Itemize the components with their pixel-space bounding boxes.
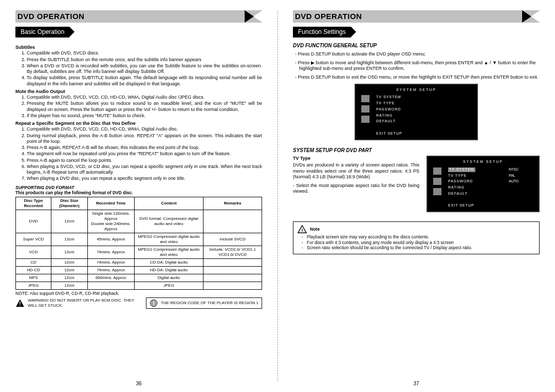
table-cell: 12cm (51, 258, 87, 266)
note-item: For discs with 4:3 contents, using any m… (307, 240, 535, 246)
osd-menu: TV SYSTEMTV TYPEPASSWORDRATINGDEFAULT EX… (376, 95, 473, 136)
table-note: NOTE: Also support DVD-R, CD-R, CD-RW pl… (15, 291, 262, 296)
osd-menu-item: NTSC (509, 167, 534, 172)
system-setup-title: SYSTEM SETUP FOR DVD PART (293, 147, 540, 154)
table-header: Disc Type Recorded (16, 197, 51, 210)
note-item: Playback screen size may vary according … (307, 234, 535, 240)
table-header: Recorded Time (87, 197, 134, 210)
table-cell (203, 210, 262, 233)
monitor-icon (361, 95, 369, 102)
table-cell: 12cm (51, 210, 87, 233)
osd-menu-item: RATING (376, 114, 473, 118)
table-header: Content (134, 197, 203, 210)
list-item: To display subtitles, press SUBTITLE but… (27, 75, 262, 87)
monitor-icon (433, 167, 441, 175)
table-cell: MPEG1 Compressed digital audio and video (134, 246, 203, 258)
table-body: DVD12cmSingle side:120mins. ApproxDouble… (16, 210, 262, 289)
table-cell: Digital audio (134, 274, 203, 282)
disc-table: Disc Type RecordedDisc Size (Diameter)Re… (15, 197, 262, 290)
osd-menu-item: PASSWORD (448, 179, 504, 184)
region-text: THE REGION CODE OF THE PLAYER IS REGION … (161, 301, 258, 306)
list-item: Pressing the MUTE button allows you to r… (27, 101, 262, 113)
list-item: Press A-B again, REPEAT A-B will be show… (27, 145, 262, 151)
mute-list: Compatible with DVD, SVCD, VCD, CD, HD-C… (15, 95, 262, 119)
table-header-row: Disc Type RecordedDisc Size (Diameter)Re… (16, 197, 262, 210)
table-cell: Super VCD (16, 233, 51, 246)
list-item: When playing a SVCD, VCD, or CD disc, yo… (27, 164, 262, 176)
list-item: During normal playback, press the A-B bu… (27, 133, 262, 145)
mute-title: Mute the Audio Output (15, 89, 262, 95)
list-item: Press the SUBTITLE button on the remote … (27, 57, 262, 63)
table-cell: CD-DA: Digital audio (134, 258, 203, 266)
sub-banner: Function Settings (293, 27, 351, 38)
svg-text:!: ! (301, 227, 303, 233)
speaker-icon (433, 178, 441, 185)
osd-menu-item: AUTO (509, 179, 534, 184)
table-cell: HD-DA: Digital audio (134, 266, 203, 274)
table-cell: DVD format: Compressed digital audio and… (134, 210, 203, 233)
header-title: DVD OPERATION (293, 10, 540, 23)
list-item: Compatible with DVD, SVCD, VCD, CD, HD-C… (27, 95, 262, 100)
osd-menu-item (448, 198, 504, 202)
header-title: DVD OPERATION (15, 10, 262, 23)
table-cell: 12cm (51, 282, 87, 289)
list-item: Compatible with DVD, SVCD discs. (27, 50, 262, 56)
osd-menu-item: EXIT SETUP (448, 203, 504, 208)
osd-title: SYSTEM SETUP (432, 160, 534, 164)
table-cell (203, 258, 262, 266)
subtitles-title: Subtitles (15, 45, 262, 50)
table-row: Super VCD12cm45mins. ApproxMPEG2 Compres… (16, 233, 262, 246)
osd-menu-item: TV TYPE (448, 174, 504, 178)
osd-icon-column (432, 167, 443, 208)
warning-icon: ! (15, 299, 25, 307)
osd-menu-item: RATING (448, 185, 504, 190)
list-item: Press A-B again to cancel the loop point… (27, 158, 262, 163)
table-header: Disc Size (Diameter) (51, 197, 87, 210)
table-cell: MP3 (16, 274, 51, 282)
disc-icon (361, 116, 369, 123)
table-cell: 600mins. Approx (87, 274, 134, 282)
osd-menu-item: TV SYSTEM (448, 167, 504, 172)
table-cell: 45mins. Approx (87, 233, 134, 246)
table-cell: Include: VCD2.0/ VCD1.1 VCD1.0/ DVCD (203, 246, 262, 258)
table-cell: 12cm (51, 266, 87, 274)
right-page: DVD OPERATION Function Settings DVD FUNC… (278, 0, 555, 392)
svg-text:!: ! (19, 301, 21, 307)
osd-submenu: NTSCPALAUTO (509, 167, 534, 208)
table-cell: 12cm (51, 246, 87, 258)
list-item: Compatible with DVD, SVCD, VCD, CD, HD-C… (27, 126, 262, 132)
table-cell: JPEG (134, 282, 203, 289)
page-number: 36 (0, 381, 278, 387)
osd-menu-item: TV SYSTEM (376, 95, 473, 100)
table-cell: Include SVCD (203, 233, 262, 246)
table-header: Remarks (203, 197, 262, 210)
header-banner: DVD OPERATION (15, 10, 262, 23)
globe-icon (150, 299, 158, 307)
list-item: The segment will now be repeated until y… (27, 151, 262, 157)
osd-screenshot-1: SYSTEM SETUP TV SYSTEMTV TYPEPASSWORDRAT… (355, 84, 478, 140)
gs-bullet: - Press D.SETUP button to activate the D… (293, 51, 540, 57)
header-banner: DVD OPERATION (293, 10, 540, 23)
table-cell: 12cm (51, 233, 87, 246)
sub-banner: Basic Operation (15, 27, 69, 38)
list-item: When a DVD or SVCD is recorded with subt… (27, 63, 262, 75)
osd-menu-item: PASSWORD (376, 107, 473, 112)
table-cell: DVD (16, 210, 51, 233)
warning-icon: ! (298, 225, 307, 233)
region-box: THE REGION CODE OF THE PLAYER IS REGION … (146, 297, 262, 309)
table-cell (203, 282, 262, 289)
speaker-icon (361, 105, 369, 113)
osd-menu: TV SYSTEMTV TYPEPASSWORDRATINGDEFAULT EX… (448, 167, 504, 208)
table-row: CD12cm74mins. ApproxCD-DA: Digital audio (16, 258, 262, 266)
table-cell: HD-CD (16, 266, 51, 274)
left-page: DVD OPERATION Basic Operation Subtitles … (0, 0, 278, 392)
list-item: When playing a DVD disc, you can repeat … (27, 176, 262, 181)
table-cell: Single side:120mins. ApproxDouble side:2… (87, 210, 134, 233)
table-cell (203, 266, 262, 274)
table-cell: 74mins. Approx (87, 246, 134, 258)
table-row: HD-CD12cm74mins. ApproxHD-DA: Digital au… (16, 266, 262, 274)
warning-text: WARNING! DO NOT INSERT OR PLAY 8CM DISC.… (28, 298, 143, 308)
repeat-list: Compatible with DVD, SVCD, VCD, CD, HD-C… (15, 126, 262, 181)
note-box: ! Note Playback screen size may vary acc… (293, 221, 540, 254)
note-head: Note (310, 227, 320, 232)
